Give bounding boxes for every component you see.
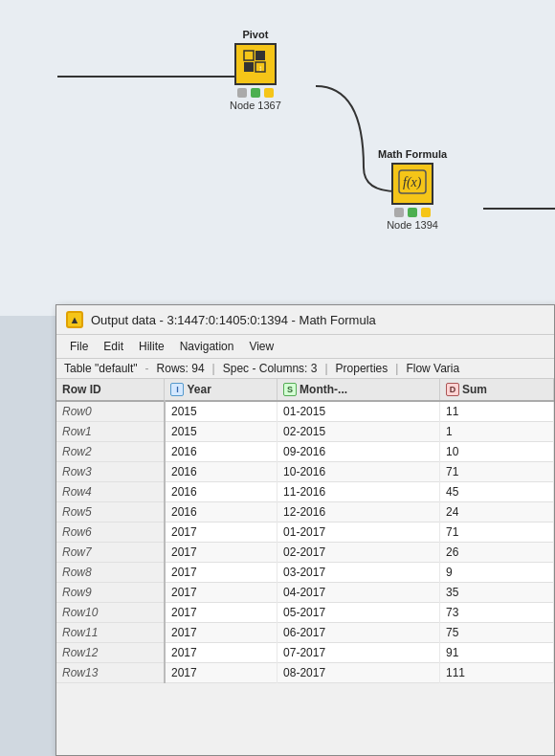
col-type-sum: D <box>446 383 459 396</box>
cell-rowid: Row3 <box>56 462 165 482</box>
col-header-sum: D Sum <box>439 379 553 401</box>
svg-text:↕: ↕ <box>258 64 262 73</box>
cell-month: 04-2017 <box>278 583 440 603</box>
math-node-box[interactable]: f(x) <box>391 163 433 205</box>
col-header-rowid: Row ID <box>56 379 165 401</box>
col-type-year: I <box>170 383 184 396</box>
cell-year: 2016 <box>165 442 278 462</box>
cell-sum: 10 <box>439 442 553 462</box>
cell-rowid: Row2 <box>56 442 165 462</box>
col-type-month: S <box>283 383 297 396</box>
workflow-canvas: Pivot ↕ Node 1367 Math Formula <box>0 0 555 316</box>
pivot-node-label-top: Pivot <box>242 29 268 40</box>
table-header: Row ID I Year S Month-... <box>56 379 554 401</box>
math-formula-node[interactable]: Math Formula f(x) Node 1394 <box>378 148 447 231</box>
cell-month: 07-2017 <box>278 643 440 663</box>
cell-rowid: Row4 <box>56 482 165 502</box>
pivot-port-3 <box>264 88 274 98</box>
cell-month: 01-2017 <box>278 523 440 543</box>
cell-rowid: Row12 <box>56 643 165 663</box>
cell-sum: 71 <box>439 462 553 482</box>
cell-rowid: Row10 <box>56 603 165 623</box>
table-row: Row9 2017 04-2017 35 <box>56 583 554 603</box>
pivot-port-2 <box>251 88 260 98</box>
table-row: Row8 2017 03-2017 9 <box>56 563 554 583</box>
cell-sum: 73 <box>439 603 553 623</box>
data-table: Row ID I Year S Month-... <box>56 379 554 683</box>
cell-month: 10-2016 <box>278 462 440 482</box>
cell-rowid: Row6 <box>56 523 165 543</box>
table-row: Row4 2016 11-2016 45 <box>56 482 554 502</box>
table-row: Row7 2017 02-2017 26 <box>56 543 554 563</box>
table-row: Row13 2017 08-2017 111 <box>56 663 554 683</box>
cell-year: 2017 <box>165 603 278 623</box>
pivot-node-ports <box>237 88 274 98</box>
math-port-2 <box>408 208 417 217</box>
cell-year: 2017 <box>165 523 278 543</box>
cell-month: 05-2017 <box>278 603 440 623</box>
menu-file[interactable]: File <box>62 338 96 355</box>
math-node-label-top: Math Formula <box>378 148 447 160</box>
cell-month: 11-2016 <box>278 482 440 502</box>
cell-month: 02-2015 <box>278 422 440 442</box>
menu-view[interactable]: View <box>241 338 281 355</box>
cell-year: 2015 <box>165 401 278 422</box>
svg-rect-0 <box>244 51 254 60</box>
properties-info[interactable]: Properties <box>336 362 388 375</box>
svg-text:f(x): f(x) <box>403 175 422 190</box>
cell-sum: 35 <box>439 583 553 603</box>
menu-edit[interactable]: Edit <box>96 338 131 355</box>
table-row: Row6 2017 01-2017 71 <box>56 523 554 543</box>
cell-year: 2016 <box>165 462 278 482</box>
svg-rect-2 <box>244 62 254 72</box>
table-container: Row ID I Year S Month-... <box>56 379 554 755</box>
menubar: File Edit Hilite Navigation View <box>56 335 554 359</box>
flow-info[interactable]: Flow Varia <box>406 362 459 375</box>
pivot-node-box[interactable]: ↕ <box>234 43 277 85</box>
pivot-node-icon: ↕ <box>242 49 269 80</box>
math-node-ports <box>394 208 431 217</box>
cell-month: 12-2016 <box>278 502 440 523</box>
dialog-title: Output data - 3:1447:0:1405:0:1394 - Mat… <box>91 313 376 327</box>
menu-navigation[interactable]: Navigation <box>172 338 242 355</box>
cell-year: 2016 <box>165 502 278 523</box>
cell-month: 01-2015 <box>278 401 440 422</box>
cell-year: 2017 <box>165 663 278 683</box>
cell-month: 06-2017 <box>278 623 440 643</box>
cell-year: 2017 <box>165 643 278 663</box>
math-port-3 <box>421 208 431 217</box>
table-row: Row1 2015 02-2015 1 <box>56 422 554 442</box>
cell-rowid: Row11 <box>56 623 165 643</box>
cell-year: 2017 <box>165 583 278 603</box>
cell-sum: 26 <box>439 543 553 563</box>
cell-sum: 9 <box>439 563 553 583</box>
menu-hilite[interactable]: Hilite <box>131 338 172 355</box>
math-node-icon: f(x) <box>398 169 427 199</box>
math-port-1 <box>394 208 404 217</box>
cell-sum: 1 <box>439 422 553 442</box>
output-data-dialog: ▲ Output data - 3:1447:0:1405:0:1394 - M… <box>56 304 555 756</box>
cell-month: 09-2016 <box>278 442 440 462</box>
cell-rowid: Row5 <box>56 502 165 523</box>
pivot-node-label-bottom: Node 1367 <box>230 100 281 111</box>
cell-year: 2017 <box>165 563 278 583</box>
cell-month: 02-2017 <box>278 543 440 563</box>
dialog-titlebar: ▲ Output data - 3:1447:0:1405:0:1394 - M… <box>56 305 554 335</box>
warning-icon: ▲ <box>66 311 83 328</box>
cell-sum: 91 <box>439 643 553 663</box>
cell-month: 08-2017 <box>278 663 440 683</box>
cell-month: 03-2017 <box>278 563 440 583</box>
table-row: Row2 2016 09-2016 10 <box>56 442 554 462</box>
cell-year: 2016 <box>165 482 278 502</box>
cell-sum: 111 <box>439 663 553 683</box>
table-row: Row10 2017 05-2017 73 <box>56 603 554 623</box>
cell-rowid: Row9 <box>56 583 165 603</box>
rows-info: Rows: 94 <box>157 362 205 375</box>
col-header-month: S Month-... <box>278 379 440 401</box>
cell-rowid: Row13 <box>56 663 165 683</box>
cell-year: 2015 <box>165 422 278 442</box>
table-row: Row3 2016 10-2016 71 <box>56 462 554 482</box>
cell-sum: 71 <box>439 523 553 543</box>
cell-sum: 45 <box>439 482 553 502</box>
pivot-node[interactable]: Pivot ↕ Node 1367 <box>230 29 281 111</box>
